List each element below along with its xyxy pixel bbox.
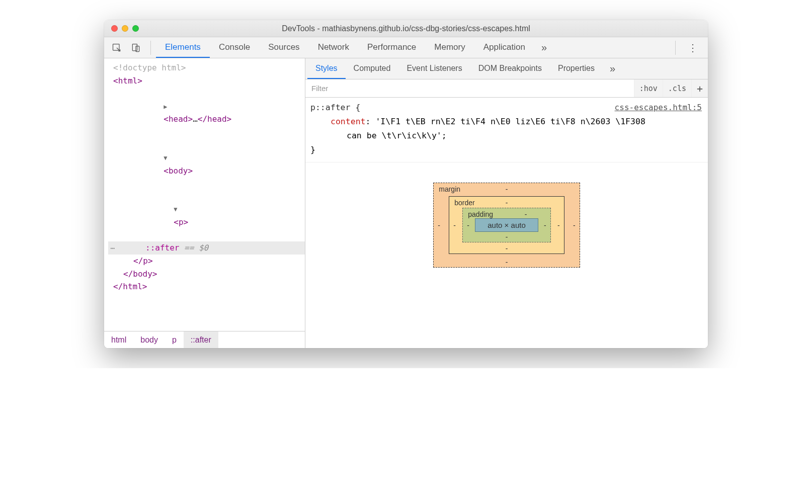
svg-rect-1 [132, 44, 137, 50]
tab-network[interactable]: Network [309, 37, 358, 58]
new-rule-button[interactable]: + [691, 79, 708, 97]
bm-margin-left: - [438, 221, 440, 229]
dom-p-close[interactable]: </p> [108, 256, 153, 266]
sub-tab-dom-breakpoints[interactable]: DOM Breakpoints [470, 58, 550, 79]
bm-margin[interactable]: margin - - - - border - - - - padding [433, 183, 580, 268]
divider [675, 41, 676, 55]
tab-elements[interactable]: Elements [156, 37, 210, 58]
bm-padding-left: - [467, 221, 469, 229]
dom-doctype[interactable]: <!doctype html> [108, 63, 186, 72]
sub-tab-properties[interactable]: Properties [550, 58, 603, 79]
bm-border-right: - [557, 221, 560, 229]
bm-border[interactable]: border - - - - padding - - - - au [449, 196, 564, 254]
close-icon[interactable] [111, 25, 118, 32]
dom-head-ellipsis[interactable]: … [193, 114, 198, 124]
settings-area: ⋮ [670, 41, 705, 55]
expand-icon[interactable]: ▶ [164, 102, 170, 112]
divider [150, 41, 151, 55]
styles-sub-tabs: Styles Computed Event Listeners DOM Brea… [305, 58, 708, 79]
crumb-body[interactable]: body [133, 331, 165, 348]
inspect-icon[interactable] [109, 40, 124, 55]
prop-name-content[interactable]: content [331, 117, 366, 126]
bm-border-label: border [454, 199, 474, 207]
bm-padding-label: padding [468, 210, 493, 218]
bm-border-bottom: - [506, 244, 508, 253]
tab-performance[interactable]: Performance [358, 37, 425, 58]
zoom-icon[interactable] [132, 25, 139, 32]
dom-tree[interactable]: <!doctype html> <html> ▶ <head>…</head> … [104, 58, 305, 331]
main-tabs: Elements Console Sources Network Perform… [104, 37, 708, 58]
box-model[interactable]: margin - - - - border - - - - padding [433, 183, 580, 268]
bm-padding-bottom: - [506, 233, 508, 241]
dom-selected-row[interactable]: ⋯ ::after == $0 [108, 241, 305, 255]
bm-margin-right: - [573, 221, 576, 229]
bm-padding[interactable]: padding - - - - auto × auto [462, 208, 550, 242]
filter-row: :hov .cls + [305, 79, 708, 98]
gutter-menu-icon[interactable]: ⋯ [108, 242, 117, 254]
devtools-window: DevTools - mathiasbynens.github.io/css-d… [104, 20, 708, 348]
box-model-area: margin - - - - border - - - - padding [305, 162, 708, 348]
dom-dollar-zero: == $0 [179, 243, 208, 253]
bm-margin-label: margin [439, 185, 460, 193]
rule-selector[interactable]: p::after { [310, 103, 360, 112]
prop-value-line1[interactable]: 'I\F1 t\EB rn\E2 ti\F4 n\E0 liz\E6 ti\F8… [375, 117, 645, 126]
minimize-icon[interactable] [122, 25, 128, 32]
crumb-p[interactable]: p [165, 331, 184, 348]
traffic-lights [104, 25, 139, 32]
dom-p-open[interactable]: <p> [174, 217, 188, 227]
tab-memory[interactable]: Memory [425, 37, 474, 58]
style-rule[interactable]: css-escapes.html:5 p::after { content: '… [305, 98, 708, 162]
window-title: DevTools - mathiasbynens.github.io/css-d… [104, 24, 708, 33]
sub-tab-styles[interactable]: Styles [307, 58, 346, 79]
dom-after-pseudo: ::after [145, 243, 179, 253]
tabs-overflow-icon[interactable]: » [534, 42, 554, 53]
collapse-icon[interactable]: ▼ [174, 205, 180, 214]
kebab-menu-icon[interactable]: ⋮ [681, 42, 705, 54]
dom-head-open[interactable]: <head> [164, 114, 193, 124]
bm-padding-top: - [525, 210, 527, 218]
hov-toggle-button[interactable]: :hov [634, 79, 663, 97]
sub-tab-event-listeners[interactable]: Event Listeners [398, 58, 470, 79]
titlebar: DevTools - mathiasbynens.github.io/css-d… [104, 20, 708, 37]
styles-panel: Styles Computed Event Listeners DOM Brea… [305, 58, 708, 348]
prop-value-line2[interactable]: can be \t\r\ic\k\y'; [310, 129, 702, 143]
bm-border-left: - [453, 221, 456, 229]
dom-panel: <!doctype html> <html> ▶ <head>…</head> … [104, 58, 305, 348]
content: <!doctype html> <html> ▶ <head>…</head> … [104, 58, 708, 348]
device-toggle-icon[interactable] [128, 40, 143, 55]
filter-input[interactable] [305, 84, 634, 93]
source-link[interactable]: css-escapes.html:5 [615, 101, 702, 114]
breadcrumb: html body p ::after [104, 331, 305, 348]
sub-tab-computed[interactable]: Computed [346, 58, 399, 79]
tab-sources[interactable]: Sources [259, 37, 308, 58]
dom-html-close[interactable]: </html> [108, 282, 147, 291]
bm-border-top: - [506, 199, 508, 207]
tab-application[interactable]: Application [474, 37, 534, 58]
sub-tabs-overflow-icon[interactable]: » [603, 63, 622, 74]
bm-content[interactable]: auto × auto [475, 218, 538, 232]
collapse-icon[interactable]: ▼ [164, 153, 170, 163]
bm-padding-right: - [544, 221, 546, 229]
crumb-after[interactable]: ::after [184, 331, 218, 348]
dom-body-open[interactable]: <body> [164, 166, 193, 176]
tab-console[interactable]: Console [210, 37, 259, 58]
dom-head-close[interactable]: </head> [198, 114, 231, 124]
rule-close-brace: } [310, 145, 315, 154]
bm-margin-top: - [506, 185, 508, 193]
dom-body-close[interactable]: </body> [108, 269, 157, 279]
dom-html-open[interactable]: <html> [108, 76, 142, 86]
bm-margin-bottom: - [506, 258, 508, 266]
cls-toggle-button[interactable]: .cls [663, 79, 691, 97]
crumb-html[interactable]: html [104, 331, 133, 348]
